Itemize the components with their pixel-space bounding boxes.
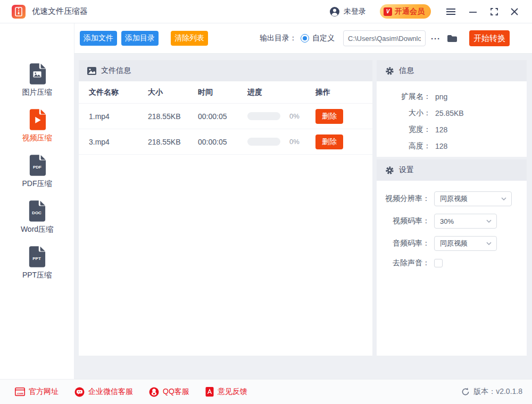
wechat-support-link[interactable]: 企业微信客服	[74, 387, 133, 397]
info-row-extension: 扩展名： png	[377, 88, 527, 105]
custom-option-label: 自定义	[312, 33, 335, 43]
progress-bar	[247, 138, 280, 146]
info-row-width: 宽度： 128	[377, 121, 527, 138]
progress-percent: 0%	[289, 112, 300, 120]
table-row: 1.mp4 218.55KB 00:00:05 0% 删除	[79, 104, 372, 129]
vip-button-label: 开通会员	[395, 7, 425, 16]
sidebar-item-label: 图片压缩	[22, 88, 52, 97]
video-bitrate-select[interactable]: 30%	[434, 214, 497, 229]
col-time: 时间	[198, 88, 247, 97]
app-window: 优速文件压缩器 未登录 V 开通会员	[0, 0, 532, 404]
file-size: 218.55KB	[148, 138, 198, 146]
col-size: 大小	[148, 88, 198, 97]
svg-text:DOC: DOC	[32, 211, 42, 215]
feedback-label: 意见反馈	[218, 387, 247, 397]
video-file-icon	[28, 108, 46, 131]
chevron-down-icon	[486, 220, 492, 223]
progress-cell: 0%	[247, 138, 315, 146]
official-website-link[interactable]: .com 官方网址	[15, 387, 59, 397]
custom-output-radio[interactable]	[301, 34, 309, 43]
wechat-icon	[74, 387, 85, 397]
qq-icon	[149, 387, 159, 397]
open-vip-button[interactable]: V 开通会员	[380, 4, 431, 19]
info-title: 信息	[399, 66, 414, 75]
sidebar-item-label: Word压缩	[21, 225, 53, 234]
browse-more-button[interactable]: ···	[430, 34, 442, 43]
chevron-down-icon	[501, 197, 506, 200]
video-resolution-select[interactable]: 同原视频	[434, 191, 512, 206]
update-icon[interactable]	[461, 388, 470, 396]
sidebar: 图片压缩 视频压缩 PDF PDF压缩 DOC Word	[0, 23, 74, 379]
maximize-icon	[490, 7, 498, 16]
remove-audio-checkbox[interactable]	[434, 259, 443, 267]
sidebar-item-word-compress[interactable]: DOC Word压缩	[21, 200, 53, 234]
ppt-file-icon: PPT	[28, 246, 46, 268]
vip-icon: V	[384, 7, 392, 16]
login-status-label: 未登录	[344, 7, 366, 16]
picture-icon	[87, 67, 96, 75]
progress-bar	[247, 112, 280, 120]
sidebar-item-label: 视频压缩	[22, 133, 52, 143]
titlebar-controls: 未登录 V 开通会员	[329, 4, 521, 19]
website-icon: .com	[15, 388, 25, 396]
version-info: 版本：v2.0.1.8	[461, 387, 522, 397]
feedback-icon	[205, 387, 214, 397]
output-path-input[interactable]	[343, 30, 426, 46]
sidebar-item-label: PPT压缩	[22, 271, 52, 280]
close-button[interactable]	[508, 5, 521, 19]
folder-icon	[447, 34, 458, 43]
file-time: 00:00:05	[198, 138, 247, 146]
open-folder-button[interactable]	[447, 34, 458, 43]
login-status[interactable]: 未登录	[329, 6, 366, 17]
image-file-icon	[28, 63, 46, 85]
table-row: 3.mp4 218.55KB 00:00:05 0% 删除	[79, 129, 372, 155]
gear-icon	[385, 166, 394, 175]
progress-cell: 0%	[247, 112, 315, 120]
maximize-button[interactable]	[487, 5, 501, 19]
minimize-button[interactable]	[466, 5, 480, 19]
progress-percent: 0%	[289, 138, 300, 146]
radio-dot	[303, 36, 307, 40]
hamburger-icon	[446, 7, 456, 16]
file-info-title: 文件信息	[101, 66, 131, 75]
settings-header: 设置	[377, 159, 527, 181]
add-file-button[interactable]: 添加文件	[80, 31, 117, 46]
info-header: 信息	[377, 60, 527, 81]
wechat-support-label: 企业微信客服	[88, 387, 133, 397]
sidebar-item-pdf-compress[interactable]: PDF PDF压缩	[22, 154, 52, 189]
file-name: 1.mp4	[89, 112, 148, 121]
file-time: 00:00:05	[198, 112, 247, 121]
official-website-label: 官方网址	[29, 387, 59, 397]
output-dir-label: 输出目录：	[260, 33, 297, 43]
sidebar-item-ppt-compress[interactable]: PPT PPT压缩	[22, 246, 52, 280]
clear-list-button[interactable]: 清除列表	[171, 31, 208, 46]
gear-icon	[385, 66, 394, 75]
audio-bitrate-select[interactable]: 同原视频	[434, 236, 497, 251]
add-directory-button[interactable]: 添加目录	[121, 31, 159, 46]
file-info-header: 文件信息	[79, 60, 372, 81]
setting-row-mute: 去除声音：	[377, 258, 527, 268]
minimize-icon	[469, 8, 477, 15]
settings-body: 视频分辨率： 同原视频 视频码率： 30%	[377, 181, 527, 268]
qq-support-link[interactable]: QQ客服	[149, 387, 189, 397]
info-body: 扩展名： png 大小： 25.85KB 宽度： 128 高度： 128	[377, 81, 527, 154]
sidebar-item-video-compress[interactable]: 视频压缩	[22, 108, 52, 143]
sidebar-item-label: PDF压缩	[22, 179, 52, 189]
version-label: 版本：v2.0.1.8	[473, 387, 522, 397]
file-size: 218.55KB	[148, 112, 198, 121]
user-icon	[329, 6, 340, 17]
main-content: 文件信息 文件名称 大小 时间 进度 操作 1.mp4 218.55KB 00:…	[74, 54, 532, 379]
start-convert-button[interactable]: 开始转换	[469, 30, 510, 46]
sidebar-item-image-compress[interactable]: 图片压缩	[22, 63, 52, 97]
menu-button[interactable]	[444, 5, 458, 19]
delete-button[interactable]: 删除	[315, 109, 343, 124]
doc-file-icon: DOC	[28, 200, 46, 222]
info-row-height: 高度： 128	[377, 138, 527, 154]
settings-title: 设置	[399, 165, 414, 175]
col-filename: 文件名称	[89, 88, 148, 97]
footer: .com 官方网址 企业微信客服 QQ客服	[0, 379, 532, 404]
feedback-link[interactable]: 意见反馈	[205, 387, 247, 397]
delete-button[interactable]: 删除	[315, 134, 343, 149]
toolbar: 添加文件 添加目录 清除列表 输出目录： 自定义 ··· 开始转换	[74, 23, 532, 54]
title-bar: 优速文件压缩器 未登录 V 开通会员	[0, 0, 532, 23]
